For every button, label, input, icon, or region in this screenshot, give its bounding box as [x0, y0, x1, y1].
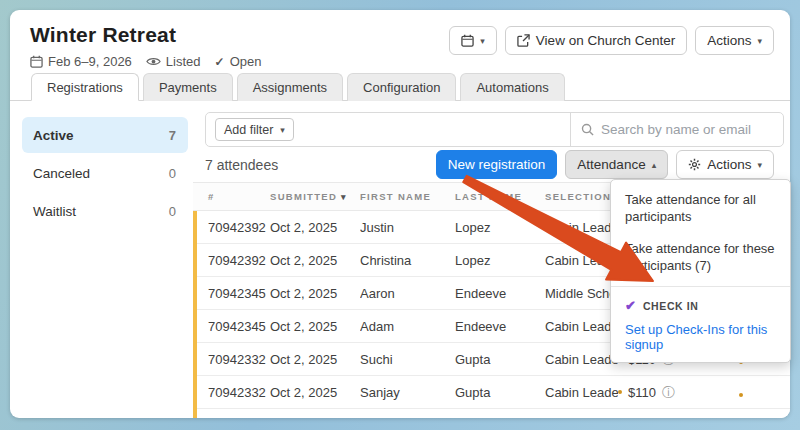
cell-registration-id: 70942345: [193, 286, 270, 301]
new-registration-button[interactable]: New registration: [436, 150, 558, 179]
event-meta: Feb 6–9, 2026 Listed ✓ Open: [30, 54, 261, 69]
tab-label: Registrations: [47, 80, 123, 95]
cell-price: $110ⓘ: [618, 385, 730, 400]
header-actions-button[interactable]: Actions ▾: [695, 26, 774, 55]
info-icon[interactable]: ⓘ: [662, 386, 675, 399]
gear-icon: [688, 158, 701, 171]
col-submitted-label: SUBMITTED: [270, 191, 337, 202]
chevron-down-icon: ▾: [280, 125, 285, 135]
attendees-count: 7 attendees: [205, 157, 278, 173]
cell-registration-id: 70942392: [193, 253, 270, 268]
table-actions-label: Actions: [707, 157, 751, 172]
sidebar-item-canceled[interactable]: Canceled 0: [22, 155, 188, 191]
check-in-header: ✔ CHECK IN: [611, 291, 790, 318]
toolbar-buttons: New registration Attendance ▴ Actions ▾: [436, 150, 774, 179]
header-left: Winter Retreat Feb 6–9, 2026 Listed ✓ Op…: [30, 23, 261, 72]
cell-status: [730, 418, 790, 419]
chevron-down-icon: ▾: [757, 36, 762, 46]
cell-first-name: Christina: [360, 253, 455, 268]
cell-registration-id: 70942322: [193, 418, 270, 419]
setup-checkins-link[interactable]: Set up Check-Ins for this signup: [611, 318, 790, 354]
cell-last-name: Lopez: [455, 253, 545, 268]
cell-submitted: Oct 2, 2025: [270, 352, 360, 367]
table-row[interactable]: 70942332Oct 2, 2025SanjayGuptaCabin Lead…: [193, 376, 790, 409]
check-in-label: CHECK IN: [643, 300, 699, 312]
price-bullet-icon: [618, 390, 622, 394]
chevron-down-icon: ▾: [757, 160, 762, 170]
external-link-icon: [517, 34, 530, 47]
cell-submitted: Oct 2, 2025: [270, 253, 360, 268]
cell-selection: Cabin Leader: [545, 385, 618, 400]
cell-selection: Cabin Leader: [545, 352, 618, 367]
cell-selection: Cabin Leader: [545, 418, 618, 419]
view-on-church-center-label: View on Church Center: [536, 33, 675, 48]
cell-registration-id: 70942332: [193, 352, 270, 367]
tab-payments[interactable]: Payments: [143, 73, 233, 101]
price-value: $110: [628, 385, 656, 400]
cell-submitted: Oct 2, 2025: [270, 385, 360, 400]
sidebar-item-waitlist[interactable]: Waitlist 0: [22, 193, 188, 229]
sidebar: Active 7 Canceled 0 Waitlist 0: [10, 101, 193, 418]
status-dot-icon: [739, 393, 743, 397]
cell-submitted: Oct 2, 2025: [270, 319, 360, 334]
check-in-check-icon: ✔: [625, 298, 636, 313]
view-on-church-center-button[interactable]: View on Church Center: [505, 26, 687, 55]
tab-bar: Registrations Payments Assignments Confi…: [10, 72, 790, 101]
price-value: $110: [628, 418, 656, 419]
sidebar-item-active[interactable]: Active 7: [22, 117, 188, 153]
chevron-up-icon: ▴: [652, 160, 657, 170]
tab-automations[interactable]: Automations: [460, 73, 564, 101]
listed-status: Listed: [146, 54, 201, 69]
cell-last-name: Lopez: [455, 220, 545, 235]
sidebar-item-count: 0: [169, 204, 176, 219]
tab-label: Configuration: [363, 80, 440, 95]
menu-item-take-attendance-these[interactable]: Take attendance for these participants (…: [611, 233, 790, 282]
date-range: Feb 6–9, 2026: [30, 54, 132, 69]
cell-last-name: Gupta: [455, 352, 545, 367]
col-number[interactable]: #: [193, 191, 270, 202]
tab-label: Automations: [476, 80, 548, 95]
page-background: Winter Retreat Feb 6–9, 2026 Listed ✓ Op…: [0, 0, 800, 430]
sidebar-item-label: Waitlist: [33, 204, 76, 219]
col-first-name[interactable]: FIRST NAME: [360, 191, 455, 202]
attendance-menu: Take attendance for all participants Tak…: [610, 179, 791, 363]
sidebar-item-label: Canceled: [33, 166, 90, 181]
active-stripe: [193, 211, 197, 418]
table-row[interactable]: 70942322Oct 2, 2025AnniRomeroCabin Leade…: [193, 409, 790, 418]
chevron-down-icon: ▾: [480, 36, 485, 46]
cell-first-name: Justin: [360, 220, 455, 235]
search-icon: [581, 123, 594, 136]
add-filter-button[interactable]: Add filter ▾: [215, 118, 294, 141]
col-last-name[interactable]: LAST NAME: [455, 191, 545, 202]
search-input[interactable]: Search by name or email: [570, 113, 783, 146]
tab-configuration[interactable]: Configuration: [347, 73, 456, 101]
cell-last-name: Endeeve: [455, 286, 545, 301]
table-actions-button[interactable]: Actions ▾: [676, 150, 774, 179]
tab-registrations[interactable]: Registrations: [31, 73, 139, 101]
tab-assignments[interactable]: Assignments: [237, 73, 343, 101]
cell-last-name: Gupta: [455, 385, 545, 400]
date-range-text: Feb 6–9, 2026: [48, 54, 132, 69]
cell-first-name: Adam: [360, 319, 455, 334]
cell-submitted: Oct 2, 2025: [270, 286, 360, 301]
calendar-icon: [461, 34, 474, 47]
sort-caret-icon: ▾: [341, 192, 347, 202]
header: Winter Retreat Feb 6–9, 2026 Listed ✓ Op…: [10, 10, 790, 72]
menu-item-take-attendance-all[interactable]: Take attendance for all participants: [611, 184, 790, 233]
col-selection[interactable]: SELECTION: [545, 191, 618, 202]
menu-divider: [611, 286, 790, 287]
cell-first-name: Aaron: [360, 286, 455, 301]
attendees-toolbar: 7 attendees New registration Attendance …: [205, 147, 774, 182]
cell-selection: Middle School: [545, 286, 618, 301]
attendance-label: Attendance: [577, 157, 645, 172]
attendance-button[interactable]: Attendance ▴: [565, 150, 668, 179]
listed-label: Listed: [166, 54, 201, 69]
col-submitted[interactable]: SUBMITTED ▾: [270, 191, 360, 202]
cell-first-name: Suchi: [360, 352, 455, 367]
cell-selection: Cabin Leader: [545, 220, 618, 235]
cell-selection: Cabin Leader: [545, 253, 618, 268]
search-placeholder: Search by name or email: [601, 122, 751, 137]
open-label: Open: [230, 54, 262, 69]
actions-label: Actions: [707, 33, 751, 48]
calendar-dropdown-button[interactable]: ▾: [449, 26, 497, 55]
